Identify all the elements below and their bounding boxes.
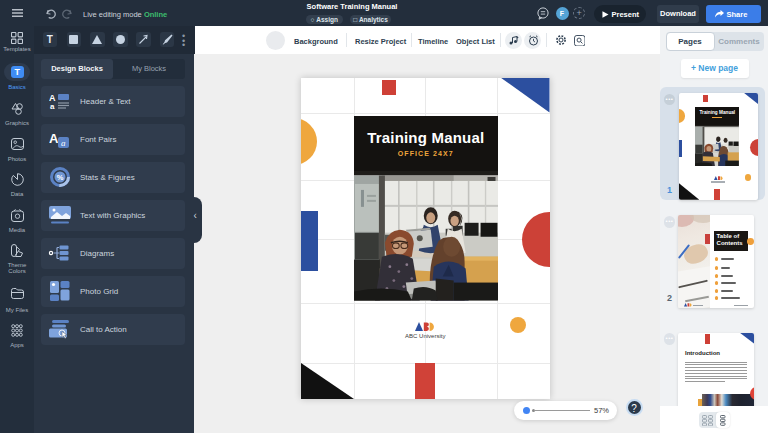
svg-text:a: a — [61, 138, 66, 148]
svg-text:A: A — [49, 131, 59, 146]
svg-text:%: % — [57, 173, 64, 182]
svg-text:a: a — [50, 102, 55, 110]
